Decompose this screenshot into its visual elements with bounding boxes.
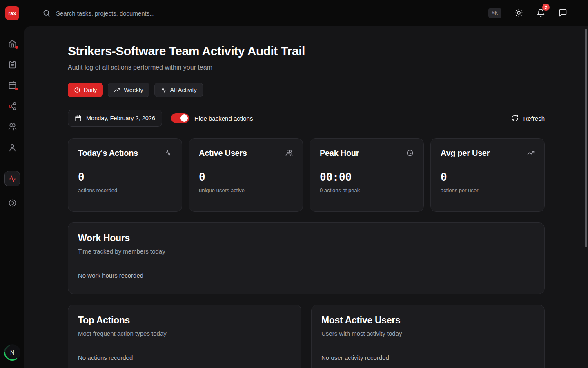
- stat-title: Today's Actions: [78, 148, 138, 158]
- user-icon[interactable]: [8, 144, 17, 152]
- section-title: Most Active Users: [321, 315, 535, 326]
- network-icon[interactable]: [8, 102, 17, 110]
- date-label: Monday, February 2, 2026: [86, 115, 155, 121]
- app-logo[interactable]: rax: [5, 6, 19, 20]
- home-alert-dot: [15, 46, 18, 49]
- tasks-clipboard-icon[interactable]: [8, 60, 17, 69]
- sidebar-item-audit-trail-active[interactable]: [4, 171, 20, 186]
- refresh-icon: [511, 114, 519, 122]
- empty-state-text: No actions recorded: [78, 354, 291, 361]
- calendar-icon[interactable]: [8, 81, 17, 90]
- refresh-button[interactable]: Refresh: [511, 114, 545, 122]
- section-subtitle: Time tracked by members today: [78, 248, 535, 255]
- most-active-users-card: Most Active Users Users with most activi…: [311, 305, 545, 368]
- stat-card-peak-hour: Peak Hour 00:00 0 actions at peak: [310, 138, 424, 212]
- stat-title: Peak Hour: [320, 148, 359, 158]
- page-title: Strikers-Software Team Activity Audit Tr…: [68, 44, 545, 58]
- notification-count-badge: 2: [542, 4, 550, 11]
- stat-caption: actions per user: [441, 187, 535, 193]
- theme-toggle-sun-icon[interactable]: [514, 9, 523, 18]
- tab-all-activity-label: All Activity: [170, 87, 197, 93]
- bottom-grid: Top Actions Most frequent action types t…: [68, 305, 545, 368]
- clock-icon: [406, 149, 414, 157]
- stat-card-todays-actions: Today's Actions 0 actions recorded: [68, 138, 182, 212]
- tab-weekly[interactable]: Weekly: [108, 83, 149, 97]
- audit-activity-icon: [9, 175, 16, 183]
- activity-icon: [165, 149, 172, 157]
- toggle-label: Hide backend actions: [194, 115, 253, 122]
- tab-weekly-label: Weekly: [124, 87, 143, 93]
- top-actions-card: Top Actions Most frequent action types t…: [68, 305, 301, 368]
- section-subtitle: Most frequent action types today: [78, 330, 291, 337]
- topbar: rax ⌘K 2: [0, 0, 588, 26]
- hide-backend-actions-toggle[interactable]: [171, 113, 189, 123]
- view-tabs: Daily Weekly All Activity: [68, 83, 545, 97]
- page-subtitle: Audit log of all actions performed withi…: [68, 64, 545, 71]
- clock-icon: [74, 87, 80, 93]
- users-icon: [285, 149, 293, 157]
- trending-up-icon: [527, 149, 535, 157]
- topbar-actions: ⌘K 2: [488, 8, 588, 18]
- user-avatar[interactable]: N: [4, 344, 20, 361]
- section-title: Work Hours: [78, 233, 535, 244]
- vertical-scrollbar[interactable]: [585, 29, 587, 247]
- trending-up-icon: [114, 87, 120, 93]
- stat-value: 0: [78, 171, 172, 183]
- work-hours-card: Work Hours Time tracked by members today…: [68, 222, 545, 294]
- search-icon: [42, 9, 51, 17]
- calendar-alert-dot: [15, 88, 18, 90]
- keyboard-shortcut-badge[interactable]: ⌘K: [488, 8, 501, 18]
- stat-card-active-users: Active Users 0 unique users active: [189, 138, 303, 212]
- stat-value: 0: [441, 171, 535, 183]
- target-icon[interactable]: [8, 199, 17, 207]
- controls-row: Monday, February 2, 2026 Hide backend ac…: [68, 110, 545, 127]
- team-users-icon[interactable]: [8, 123, 17, 131]
- messages-chat-icon[interactable]: [559, 9, 568, 18]
- date-picker-button[interactable]: Monday, February 2, 2026: [68, 110, 162, 127]
- main-content: Strikers-Software Team Activity Audit Tr…: [24, 26, 588, 368]
- logo-cell: rax: [0, 6, 24, 20]
- stat-title: Active Users: [199, 148, 247, 158]
- stat-title: Avg per User: [441, 148, 490, 158]
- calendar-icon: [75, 115, 82, 122]
- section-title: Top Actions: [78, 315, 291, 326]
- home-icon[interactable]: [8, 39, 17, 48]
- stat-caption: actions recorded: [78, 187, 172, 193]
- activity-icon: [160, 87, 167, 93]
- refresh-label: Refresh: [523, 115, 545, 122]
- stat-value: 0: [199, 171, 293, 183]
- tab-daily[interactable]: Daily: [68, 83, 103, 97]
- stat-caption: 0 actions at peak: [320, 187, 414, 193]
- sidebar-nav: N: [0, 26, 24, 368]
- empty-state-text: No user activity recorded: [321, 354, 535, 361]
- stat-value: 00:00: [320, 171, 414, 183]
- empty-state-text: No work hours recorded: [78, 272, 535, 279]
- stat-caption: unique users active: [199, 187, 293, 193]
- notifications-bell-icon[interactable]: 2: [537, 9, 546, 18]
- toggle-knob: [180, 114, 188, 122]
- section-subtitle: Users with most activity today: [321, 330, 535, 337]
- tab-daily-label: Daily: [84, 87, 97, 93]
- global-search: [42, 9, 488, 17]
- stats-grid: Today's Actions 0 actions recorded Activ…: [68, 138, 545, 212]
- search-input[interactable]: [56, 10, 252, 17]
- avatar-initial: N: [5, 346, 19, 359]
- stat-card-avg-per-user: Avg per User 0 actions per user: [430, 138, 545, 212]
- tab-all-activity[interactable]: All Activity: [154, 83, 203, 97]
